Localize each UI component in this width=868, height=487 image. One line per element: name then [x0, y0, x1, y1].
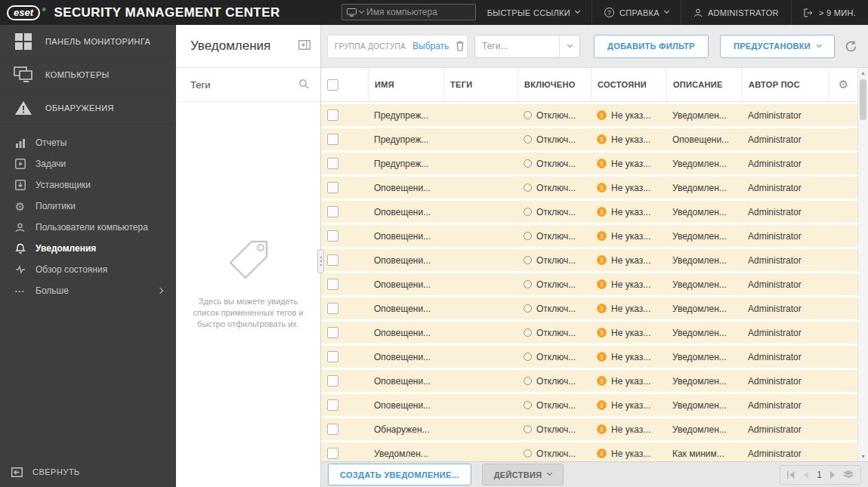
trash-icon[interactable] — [456, 41, 465, 51]
table-row[interactable]: Предупреж... Отключ... Не указ... Уведом… — [321, 104, 857, 126]
top-bar: eset ® SECURITY MANAGEMENT CENTER БЫСТРЫ… — [0, 0, 868, 25]
sidebar-collapse-button[interactable]: СВЕРНУТЬ — [0, 457, 176, 487]
sidebar-item-more[interactable]: Больше — [0, 280, 176, 301]
first-page-icon[interactable] — [787, 471, 795, 479]
select-all-checkbox[interactable] — [327, 79, 338, 91]
sidebar-item-dashboard[interactable]: ПАНЕЛЬ МОНИТОРИНГА — [0, 25, 176, 58]
scroll-down-arrow[interactable] — [858, 452, 868, 461]
table-row[interactable]: Оповещени... Отключ... Не указ... Уведом… — [321, 201, 857, 223]
row-checkbox[interactable] — [327, 230, 338, 242]
cell-status: Не указ... — [591, 448, 666, 459]
cell-status: Не указ... — [591, 207, 666, 217]
column-header-status[interactable]: СОСТОЯНИ — [591, 68, 666, 101]
disabled-circle-icon — [524, 449, 532, 458]
column-header-author[interactable]: АВТОР ПОС — [742, 68, 829, 101]
sidebar-item-policies[interactable]: Политики — [0, 196, 176, 217]
column-header-description[interactable]: ОПИСАНИЕ — [666, 68, 742, 101]
table-row[interactable]: Оповещени... Отключ... Не указ... Уведом… — [321, 346, 857, 368]
row-checkbox[interactable] — [327, 448, 338, 459]
table-row[interactable]: Оповещени... Отключ... Не указ... Уведом… — [321, 273, 857, 295]
actions-button[interactable]: ДЕЙСТВИЯ — [482, 464, 564, 485]
column-header-enabled[interactable]: ВКЛЮЧЕНО — [517, 68, 591, 101]
cell-name: Оповещени... — [368, 255, 443, 266]
search-icon[interactable] — [298, 79, 309, 91]
table-row[interactable]: Оповещени... Отключ... Не указ... Уведом… — [321, 177, 857, 199]
sidebar-secondary: Отчеты Задачи Установщики Политики — [0, 132, 176, 301]
table-row[interactable]: Оповещени... Отключ... Не указ... Уведом… — [321, 370, 857, 392]
chevron-down-icon[interactable] — [359, 8, 364, 13]
row-checkbox[interactable] — [327, 375, 338, 387]
cell-enabled: Отключ... — [517, 328, 591, 338]
panel-dock-icon[interactable] — [298, 40, 310, 52]
cell-enabled-text: Отключ... — [536, 352, 576, 362]
disabled-circle-icon — [524, 208, 532, 216]
scroll-up-arrow[interactable] — [858, 68, 868, 78]
table-row[interactable]: Оповещени... Отключ... Не указ... Уведом… — [321, 297, 857, 319]
cell-status-text: Не указ... — [611, 304, 650, 314]
sidebar-item-reports[interactable]: Отчеты — [0, 132, 176, 153]
row-checkbox[interactable] — [327, 351, 338, 362]
row-checkbox[interactable] — [327, 279, 338, 290]
computer-search[interactable] — [341, 4, 476, 20]
row-checkbox[interactable] — [327, 206, 338, 217]
sidebar-item-detections[interactable]: ОБНАРУЖЕНИЯ — [0, 91, 176, 125]
row-checkbox[interactable] — [327, 424, 338, 435]
row-check-cell — [321, 230, 368, 242]
cell-description: Уведомлен... — [666, 110, 742, 121]
row-checkbox[interactable] — [327, 254, 338, 266]
cell-author: Administrator — [742, 279, 829, 290]
page-number: 1 — [817, 470, 822, 480]
cell-author: Administrator — [742, 376, 829, 387]
sidebar-item-status-overview[interactable]: Обзор состояния — [0, 259, 176, 280]
computer-search-input[interactable] — [366, 7, 471, 17]
row-checkbox[interactable] — [327, 327, 338, 338]
tags-filter-dropdown[interactable]: Теги... — [474, 35, 580, 58]
sidebar-item-tasks[interactable]: Задачи — [0, 153, 176, 174]
column-header-tags[interactable]: ТЕГИ — [443, 68, 517, 101]
sidebar-item-computer-users[interactable]: Пользователи компьютера — [0, 217, 176, 238]
add-filter-button[interactable]: ДОБАВИТЬ ФИЛЬТР — [594, 35, 709, 58]
more-dots-icon — [14, 288, 26, 294]
previous-page-icon[interactable] — [803, 471, 809, 479]
row-checkbox[interactable] — [327, 399, 338, 411]
page-size-layers-icon[interactable] — [843, 470, 854, 479]
quick-links-menu[interactable]: БЫСТРЫЕ ССЫЛКИ — [474, 0, 592, 25]
table-settings-gear-icon[interactable] — [839, 78, 849, 91]
row-checkbox[interactable] — [327, 134, 338, 145]
cell-status: Не указ... — [591, 183, 666, 193]
table-row[interactable]: Оповещени... Отключ... Не указ... Уведом… — [321, 322, 857, 344]
warning-icon — [597, 110, 607, 120]
cell-enabled: Отключ... — [517, 231, 591, 242]
cell-author: Administrator — [742, 352, 829, 362]
table-row[interactable]: Оповещени... Отключ... Не указ... Уведом… — [321, 394, 857, 416]
row-checkbox[interactable] — [327, 182, 338, 193]
table-row[interactable]: Предупреж... Отключ... Не указ... Оповещ… — [321, 128, 857, 150]
table-row[interactable]: Предупреж... Отключ... Не указ... Уведом… — [321, 153, 857, 174]
user-menu[interactable]: ADMINISTRATOR — [681, 0, 791, 25]
cell-enabled: Отключ... — [517, 134, 591, 145]
table-row[interactable]: Уведомлен... Отключ... Не указ... Как ми… — [321, 442, 857, 461]
cell-name: Оповещени... — [368, 183, 443, 193]
refresh-icon[interactable] — [841, 36, 860, 56]
presets-button[interactable]: ПРЕДУСТАНОВКИ — [720, 35, 835, 58]
sidebar-item-computers[interactable]: КОМПЬЮТЕРЫ — [0, 58, 176, 91]
cell-enabled-text: Отключ... — [536, 376, 576, 387]
row-checkbox[interactable] — [327, 158, 338, 169]
vertical-scrollbar[interactable] — [857, 68, 868, 461]
scrollbar-thumb[interactable] — [860, 79, 866, 120]
sidebar-item-installers[interactable]: Установщики — [0, 174, 176, 196]
access-group-select-link[interactable]: Выбрать — [412, 41, 449, 51]
next-page-icon[interactable] — [829, 471, 836, 479]
table-row[interactable]: Обнаружен... Отключ... Не указ... Уведом… — [321, 418, 857, 440]
sidebar-item-notifications[interactable]: Уведомления — [0, 238, 176, 259]
panel-resize-handle[interactable] — [317, 249, 324, 273]
create-notification-button[interactable]: СОЗДАТЬ УВЕДОМЛЕНИЕ... — [328, 464, 471, 485]
scrollbar-track[interactable] — [858, 78, 868, 452]
row-checkbox[interactable] — [327, 303, 338, 314]
table-row[interactable]: Оповещени... Отключ... Не указ... Уведом… — [321, 249, 857, 271]
row-checkbox[interactable] — [327, 109, 338, 121]
column-header-name[interactable]: ИМЯ — [368, 68, 443, 101]
table-row[interactable]: Оповещени... Отключ... Не указ... Уведом… — [321, 225, 857, 247]
session-timeout[interactable]: > 9 МИН. — [791, 0, 868, 25]
help-menu[interactable]: СПРАВКА — [592, 0, 681, 25]
